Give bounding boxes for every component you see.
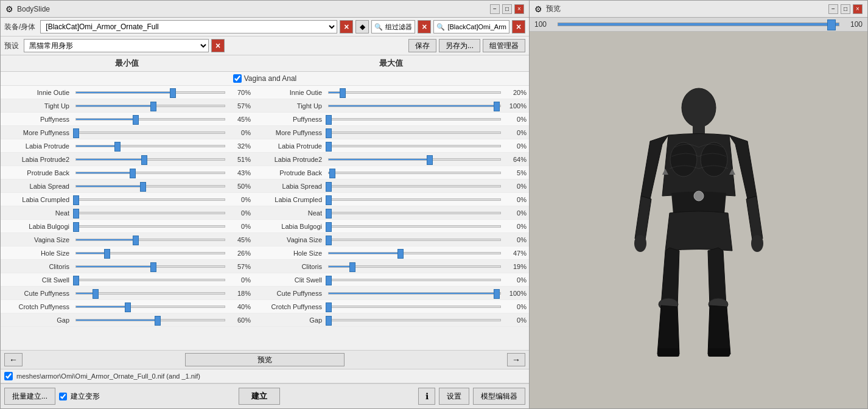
close-button[interactable]: ×: [514, 4, 524, 14]
prev-arrow-button[interactable]: ←: [4, 353, 23, 366]
slider-track-right[interactable]: [328, 91, 501, 94]
slider-track-right[interactable]: [328, 198, 501, 201]
slider-track-left[interactable]: [75, 172, 225, 174]
slider-track-left[interactable]: [75, 306, 225, 308]
slider-track-right[interactable]: [328, 185, 501, 187]
slider-thumb-right[interactable]: [397, 249, 404, 259]
slider-track-left[interactable]: [75, 319, 225, 321]
slider-track-left[interactable]: [75, 185, 225, 187]
slider-thumb-right[interactable]: [326, 195, 332, 205]
slider-track-right[interactable]: [328, 265, 501, 268]
info-button[interactable]: ℹ: [418, 388, 435, 405]
slider-track-right[interactable]: [328, 105, 501, 107]
slider-track-right[interactable]: [328, 292, 501, 295]
equipment-select[interactable]: [BlackCat]Omi_Armor_Ornate_Full: [40, 20, 337, 33]
build-button[interactable]: 建立: [239, 388, 280, 405]
file-path-checkbox[interactable]: [4, 372, 13, 380]
maximize-button[interactable]: □: [502, 4, 512, 14]
group-manager-button[interactable]: 组管理器: [483, 39, 525, 52]
preview-maximize-button[interactable]: □: [841, 4, 850, 14]
slider-thumb-left[interactable]: [114, 142, 121, 152]
build-morph-checkbox[interactable]: [59, 393, 67, 400]
slider-track-left[interactable]: [75, 265, 225, 268]
slider-thumb-left[interactable]: [73, 276, 79, 285]
slider-track-left[interactable]: [75, 225, 225, 228]
slider-thumb-right[interactable]: [349, 262, 355, 272]
vagina-anal-checkbox[interactable]: [233, 74, 242, 83]
slider-thumb-right[interactable]: [326, 276, 332, 285]
preset-clear-button[interactable]: ×: [211, 39, 225, 52]
sliders-container[interactable]: Vagina and Anal Innie Outie70%Innie Outi…: [1, 72, 529, 350]
equipment-clear-button[interactable]: ×: [340, 20, 353, 33]
slider-track-right[interactable]: [328, 172, 501, 174]
slider-track-right[interactable]: [328, 131, 501, 134]
slider-thumb-left[interactable]: [73, 128, 79, 138]
slider-thumb-right[interactable]: [326, 222, 332, 232]
model-editor-button[interactable]: 模型编辑器: [473, 388, 525, 405]
slider-track-right[interactable]: [328, 239, 501, 241]
slider-track-left[interactable]: [75, 292, 225, 295]
slider-track-right[interactable]: [328, 279, 501, 281]
slider-track-left[interactable]: [75, 158, 225, 161]
slider-thumb-left[interactable]: [170, 88, 176, 98]
minimize-button[interactable]: −: [490, 4, 500, 14]
slider-thumb-right[interactable]: [494, 102, 500, 111]
filter-clear-button[interactable]: ×: [418, 20, 431, 33]
slider-track-left[interactable]: [75, 91, 225, 94]
slider-track-left[interactable]: [75, 239, 225, 241]
slider-track-right[interactable]: [328, 319, 501, 321]
next-arrow-button[interactable]: →: [507, 353, 525, 366]
slider-track-left[interactable]: [75, 252, 225, 254]
slider-thumb-left[interactable]: [133, 236, 139, 245]
settings-button[interactable]: 设置: [439, 388, 469, 405]
slider-thumb-left[interactable]: [141, 155, 147, 165]
slider-track-right[interactable]: [328, 212, 501, 214]
slider-thumb-right[interactable]: [326, 316, 332, 326]
slider-thumb-left[interactable]: [73, 209, 79, 218]
equipment-icon-button[interactable]: ◆: [355, 20, 369, 33]
slider-thumb-right[interactable]: [326, 115, 332, 125]
slider-track-right[interactable]: [328, 118, 501, 121]
save-as-button[interactable]: 另存为...: [439, 39, 480, 52]
slider-thumb-right[interactable]: [329, 169, 335, 178]
slider-track-right[interactable]: [328, 306, 501, 308]
preview-minimize-button[interactable]: −: [828, 4, 838, 14]
slider-track-left[interactable]: [75, 198, 225, 201]
slider-track-left[interactable]: [75, 105, 225, 107]
preview-slider-track[interactable]: [558, 23, 839, 26]
slider-thumb-left[interactable]: [93, 289, 99, 299]
slider-track-left[interactable]: [75, 131, 225, 134]
slider-thumb-right[interactable]: [326, 142, 332, 152]
slider-thumb-left[interactable]: [150, 102, 156, 111]
slider-thumb-left[interactable]: [125, 302, 131, 312]
slider-thumb-left[interactable]: [140, 182, 146, 192]
slider-track-right[interactable]: [328, 145, 501, 147]
slider-thumb-right[interactable]: [326, 236, 332, 245]
slider-thumb-left[interactable]: [150, 262, 156, 272]
slider-track-right[interactable]: [328, 225, 501, 228]
preview-close-button[interactable]: ×: [853, 4, 863, 14]
slider-thumb-right[interactable]: [427, 155, 433, 165]
slider-thumb-left[interactable]: [155, 316, 161, 326]
slider-thumb-right[interactable]: [494, 289, 500, 299]
slider-thumb-right[interactable]: [326, 182, 332, 192]
slider-track-left[interactable]: [75, 118, 225, 121]
slider-track-left[interactable]: [75, 279, 225, 281]
slider-thumb-left[interactable]: [130, 169, 136, 178]
slider-thumb-left[interactable]: [73, 222, 79, 232]
armor-search-clear-button[interactable]: ×: [512, 20, 525, 33]
slider-thumb-left[interactable]: [133, 115, 139, 125]
slider-thumb-left[interactable]: [104, 249, 110, 259]
preview-slider-thumb[interactable]: [827, 19, 836, 30]
slider-thumb-right[interactable]: [326, 302, 332, 312]
slider-thumb-right[interactable]: [326, 209, 332, 218]
save-button[interactable]: 保存: [408, 39, 436, 52]
slider-thumb-left[interactable]: [73, 195, 79, 205]
slider-track-left[interactable]: [75, 212, 225, 214]
batch-build-button[interactable]: 批量建立...: [4, 388, 55, 405]
slider-track-right[interactable]: [328, 252, 501, 254]
slider-track-left[interactable]: [75, 145, 225, 147]
slider-thumb-right[interactable]: [326, 128, 332, 138]
slider-track-right[interactable]: [328, 158, 501, 161]
slider-thumb-right[interactable]: [340, 88, 346, 98]
